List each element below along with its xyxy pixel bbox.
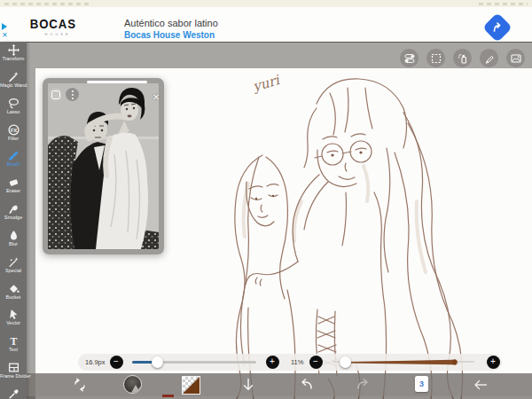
- blur-icon: [8, 230, 20, 241]
- expand-button[interactable]: [49, 88, 62, 101]
- color-swatch: [182, 376, 200, 395]
- layers-icon: 3: [415, 376, 428, 392]
- advertiser-logo: BOCAS HOUSE: [20, 16, 96, 36]
- reference-image-window[interactable]: ✕: [43, 78, 164, 254]
- transform-icon: [8, 44, 20, 56]
- sidebar-item-eyedropper[interactable]: Eyedropper: [0, 388, 27, 399]
- ad-cta-button[interactable]: [482, 12, 512, 43]
- selection-button[interactable]: [426, 49, 445, 67]
- sidebar-item-filter[interactable]: FX Filter: [0, 124, 27, 148]
- opacity-value: 11%: [291, 358, 303, 366]
- sidebar-item-text[interactable]: T Text: [0, 335, 27, 359]
- opacity-minus-button[interactable]: −: [309, 356, 323, 369]
- download-button[interactable]: [237, 373, 260, 396]
- undo-icon: [299, 378, 313, 392]
- canvas-annotation: yuri: [250, 72, 282, 95]
- redo-button[interactable]: [352, 373, 375, 396]
- gesture-transform-icon: [73, 378, 87, 392]
- svg-text:FX: FX: [10, 127, 17, 132]
- text-icon: T: [8, 335, 20, 347]
- back-arrow-icon: [473, 378, 488, 392]
- kebab-menu-icon: [72, 90, 74, 92]
- sidebar-item-brush[interactable]: Brush: [0, 150, 27, 174]
- ad-close-button[interactable]: ✕: [2, 32, 8, 39]
- sidebar-item-bucket[interactable]: Bucket: [0, 283, 27, 307]
- eyedropper-icon: [8, 388, 20, 399]
- status-bar: [0, 0, 532, 7]
- magic-wand-icon: [8, 71, 20, 82]
- special-icon: [8, 256, 20, 268]
- smudge-icon: [8, 203, 20, 215]
- sidebar-item-smudge[interactable]: Smudge: [0, 203, 27, 227]
- opacity-knob[interactable]: [340, 356, 351, 368]
- color-button[interactable]: [179, 373, 202, 396]
- material-toggles-icon: [404, 53, 415, 64]
- brush-size-knob[interactable]: [152, 356, 163, 368]
- workspace: yuri: [0, 42, 532, 399]
- selection-marquee-icon: [431, 53, 442, 64]
- brush-preview: [123, 375, 142, 394]
- svg-text:T: T: [10, 335, 17, 347]
- undo-button[interactable]: [294, 373, 317, 396]
- vector-icon: [8, 309, 20, 320]
- sidebar-item-blur[interactable]: Blur: [0, 230, 27, 254]
- close-icon[interactable]: ✕: [153, 92, 160, 102]
- import-image-button[interactable]: [506, 49, 525, 67]
- layers-button[interactable]: 3: [411, 373, 434, 396]
- brush-size-value: 16.9px: [85, 358, 106, 366]
- sidebar-item-frame-divider[interactable]: Frame Divider: [0, 362, 27, 386]
- arrow-forward-icon: [491, 21, 504, 34]
- filter-icon: FX: [8, 124, 20, 136]
- app-screen: ✕ BOCAS HOUSE Auténtico sabor latino Boc…: [0, 0, 532, 399]
- tool-sidebar: Transform Magic Wand Lasso FX Filter Bru…: [0, 42, 27, 399]
- expand-icon: [51, 90, 60, 99]
- opacity-stroke-preview: [332, 354, 474, 371]
- brush-icon: [8, 150, 20, 161]
- reference-photo: [48, 83, 159, 249]
- lasso-icon: [8, 98, 20, 109]
- redo-icon: [356, 378, 371, 392]
- ad-advertiser-link[interactable]: Bocas House Weston: [124, 30, 215, 40]
- import-image-icon: [511, 53, 521, 64]
- opacity-plus-button[interactable]: +: [487, 356, 500, 369]
- sidebar-item-magic-wand[interactable]: Magic Wand: [0, 71, 27, 95]
- brush-size-minus-button[interactable]: −: [110, 356, 123, 369]
- frame-divider-icon: [8, 362, 20, 373]
- sidebar-item-eraser[interactable]: Eraser: [0, 176, 27, 200]
- brush-sliders-bar: 16.9px − + 11% − +: [78, 354, 502, 371]
- ad-banner[interactable]: ✕ BOCAS HOUSE Auténtico sabor latino Boc…: [0, 7, 532, 43]
- brush-size-plus-button[interactable]: +: [266, 356, 279, 369]
- status-text-right: [479, 3, 528, 5]
- sidebar-item-vector[interactable]: Vector: [0, 309, 27, 332]
- window-menu-button[interactable]: [66, 88, 79, 101]
- sidebar-item-lasso[interactable]: Lasso: [0, 98, 27, 121]
- down-arrow-icon: [241, 378, 255, 392]
- pencil-button[interactable]: [480, 49, 498, 67]
- drag-handle[interactable]: [87, 81, 147, 83]
- sidebar-item-transform[interactable]: Transform: [0, 44, 27, 68]
- bottom-toolbar: 3: [27, 373, 532, 396]
- brush-preview-button[interactable]: [121, 373, 145, 396]
- back-button[interactable]: [469, 373, 492, 396]
- spray-button[interactable]: [453, 49, 472, 67]
- spray-icon: [458, 53, 468, 64]
- gesture-transform-button[interactable]: [68, 373, 91, 396]
- bucket-icon: [8, 283, 20, 294]
- recording-indicator: [162, 395, 174, 397]
- adchoices-icon[interactable]: [2, 23, 7, 30]
- material-toggles-button[interactable]: [400, 49, 419, 67]
- status-text-left: [4, 3, 89, 5]
- ad-title: Auténtico sabor latino: [124, 18, 218, 28]
- sidebar-item-special[interactable]: Special: [0, 256, 27, 280]
- pencil-icon: [484, 53, 495, 64]
- eraser-icon: [8, 176, 20, 188]
